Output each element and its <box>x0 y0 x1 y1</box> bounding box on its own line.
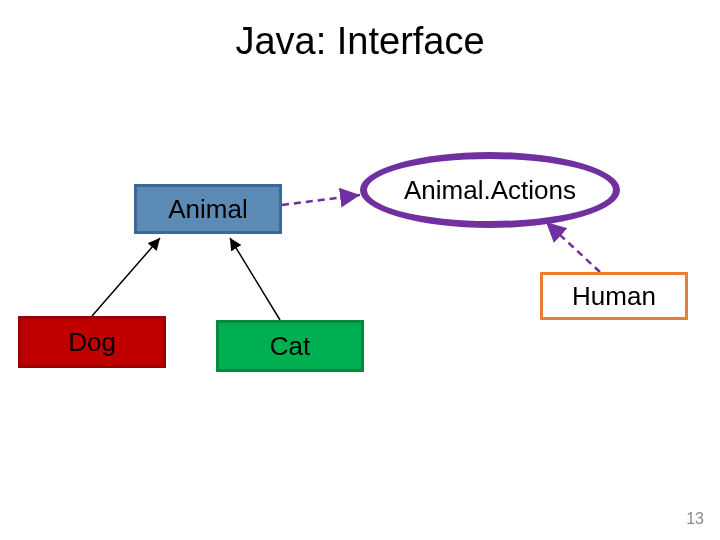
page-number: 13 <box>686 510 704 528</box>
svg-line-1 <box>92 238 160 316</box>
node-human: Human <box>540 272 688 320</box>
connector-lines <box>0 0 720 540</box>
node-cat: Cat <box>216 320 364 372</box>
slide-title: Java: Interface <box>0 20 720 63</box>
svg-line-0 <box>282 195 360 205</box>
node-animal: Animal <box>134 184 282 234</box>
svg-line-3 <box>546 222 600 272</box>
svg-line-2 <box>230 238 280 320</box>
node-dog: Dog <box>18 316 166 368</box>
node-animal-actions: Animal.Actions <box>360 152 620 228</box>
